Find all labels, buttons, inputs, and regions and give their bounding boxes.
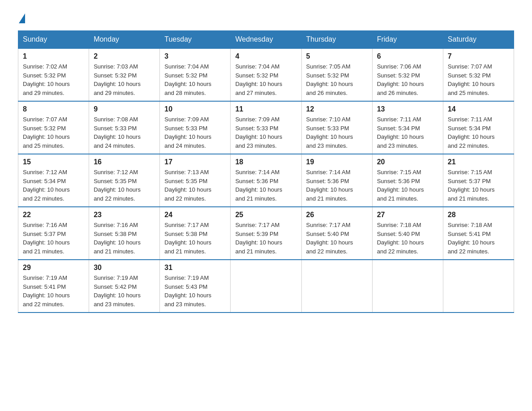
day-info: Sunrise: 7:06 AM Sunset: 5:32 PM Dayligh… — [377, 62, 438, 97]
calendar-header-row: SundayMondayTuesdayWednesdayThursdayFrid… — [18, 31, 514, 49]
day-number: 23 — [94, 211, 155, 219]
day-number: 11 — [235, 105, 296, 113]
calendar-day-cell: 5 Sunrise: 7:05 AM Sunset: 5:32 PM Dayli… — [301, 48, 372, 101]
day-number: 21 — [448, 158, 509, 166]
day-info: Sunrise: 7:15 AM Sunset: 5:36 PM Dayligh… — [377, 168, 438, 203]
day-info: Sunrise: 7:16 AM Sunset: 5:38 PM Dayligh… — [94, 221, 155, 256]
day-number: 6 — [377, 52, 438, 60]
calendar-week-row: 29 Sunrise: 7:19 AM Sunset: 5:41 PM Dayl… — [18, 260, 514, 313]
calendar-day-cell — [301, 260, 372, 313]
day-info: Sunrise: 7:12 AM Sunset: 5:35 PM Dayligh… — [94, 168, 155, 203]
day-info: Sunrise: 7:14 AM Sunset: 5:36 PM Dayligh… — [306, 168, 368, 203]
day-info: Sunrise: 7:04 AM Sunset: 5:32 PM Dayligh… — [164, 62, 226, 97]
calendar-day-cell — [231, 260, 301, 313]
day-number: 15 — [23, 158, 84, 166]
calendar-day-cell: 15 Sunrise: 7:12 AM Sunset: 5:34 PM Dayl… — [18, 154, 89, 207]
calendar-day-cell: 18 Sunrise: 7:14 AM Sunset: 5:36 PM Dayl… — [231, 154, 301, 207]
day-info: Sunrise: 7:07 AM Sunset: 5:32 PM Dayligh… — [23, 115, 84, 150]
calendar-week-row: 8 Sunrise: 7:07 AM Sunset: 5:32 PM Dayli… — [18, 101, 514, 154]
calendar-day-cell: 7 Sunrise: 7:07 AM Sunset: 5:32 PM Dayli… — [443, 48, 514, 101]
day-info: Sunrise: 7:18 AM Sunset: 5:41 PM Dayligh… — [448, 221, 509, 256]
day-number: 24 — [164, 211, 226, 219]
day-info: Sunrise: 7:17 AM Sunset: 5:40 PM Dayligh… — [306, 221, 368, 256]
calendar-day-cell: 22 Sunrise: 7:16 AM Sunset: 5:37 PM Dayl… — [18, 207, 89, 260]
day-number: 16 — [94, 158, 155, 166]
calendar-day-cell: 21 Sunrise: 7:15 AM Sunset: 5:37 PM Dayl… — [443, 154, 514, 207]
calendar-day-cell: 17 Sunrise: 7:13 AM Sunset: 5:35 PM Dayl… — [160, 154, 231, 207]
calendar-day-cell: 30 Sunrise: 7:19 AM Sunset: 5:42 PM Dayl… — [89, 260, 160, 313]
day-info: Sunrise: 7:11 AM Sunset: 5:34 PM Dayligh… — [377, 115, 438, 150]
day-of-week-header: Monday — [89, 31, 160, 49]
calendar-day-cell: 6 Sunrise: 7:06 AM Sunset: 5:32 PM Dayli… — [372, 48, 443, 101]
day-number: 8 — [23, 105, 84, 113]
day-info: Sunrise: 7:12 AM Sunset: 5:34 PM Dayligh… — [23, 168, 84, 203]
calendar-day-cell: 1 Sunrise: 7:02 AM Sunset: 5:32 PM Dayli… — [18, 48, 89, 101]
day-info: Sunrise: 7:14 AM Sunset: 5:36 PM Dayligh… — [235, 168, 296, 203]
calendar-day-cell: 10 Sunrise: 7:09 AM Sunset: 5:33 PM Dayl… — [160, 101, 231, 154]
calendar-day-cell: 2 Sunrise: 7:03 AM Sunset: 5:32 PM Dayli… — [89, 48, 160, 101]
day-number: 22 — [23, 211, 84, 219]
day-of-week-header: Tuesday — [160, 31, 231, 49]
day-number: 18 — [235, 158, 296, 166]
day-number: 30 — [94, 264, 155, 272]
day-number: 27 — [377, 211, 438, 219]
day-info: Sunrise: 7:04 AM Sunset: 5:32 PM Dayligh… — [235, 62, 296, 97]
calendar-day-cell: 20 Sunrise: 7:15 AM Sunset: 5:36 PM Dayl… — [372, 154, 443, 207]
day-info: Sunrise: 7:09 AM Sunset: 5:33 PM Dayligh… — [235, 115, 296, 150]
calendar-day-cell: 25 Sunrise: 7:17 AM Sunset: 5:39 PM Dayl… — [231, 207, 301, 260]
calendar-day-cell: 26 Sunrise: 7:17 AM Sunset: 5:40 PM Dayl… — [301, 207, 372, 260]
day-number: 20 — [377, 158, 438, 166]
calendar-day-cell: 16 Sunrise: 7:12 AM Sunset: 5:35 PM Dayl… — [89, 154, 160, 207]
day-number: 14 — [448, 105, 509, 113]
day-number: 13 — [377, 105, 438, 113]
day-info: Sunrise: 7:07 AM Sunset: 5:32 PM Dayligh… — [448, 62, 509, 97]
calendar-week-row: 22 Sunrise: 7:16 AM Sunset: 5:37 PM Dayl… — [18, 207, 514, 260]
calendar-day-cell — [443, 260, 514, 313]
day-number: 17 — [164, 158, 226, 166]
day-info: Sunrise: 7:08 AM Sunset: 5:33 PM Dayligh… — [94, 115, 155, 150]
day-number: 1 — [23, 52, 84, 60]
day-info: Sunrise: 7:13 AM Sunset: 5:35 PM Dayligh… — [164, 168, 226, 203]
day-number: 29 — [23, 264, 84, 272]
calendar-week-row: 1 Sunrise: 7:02 AM Sunset: 5:32 PM Dayli… — [18, 48, 514, 101]
day-info: Sunrise: 7:15 AM Sunset: 5:37 PM Dayligh… — [448, 168, 509, 203]
calendar-day-cell: 23 Sunrise: 7:16 AM Sunset: 5:38 PM Dayl… — [89, 207, 160, 260]
calendar-day-cell: 24 Sunrise: 7:17 AM Sunset: 5:38 PM Dayl… — [160, 207, 231, 260]
day-info: Sunrise: 7:03 AM Sunset: 5:32 PM Dayligh… — [94, 62, 155, 97]
calendar-day-cell: 31 Sunrise: 7:19 AM Sunset: 5:43 PM Dayl… — [160, 260, 231, 313]
day-of-week-header: Sunday — [18, 31, 89, 49]
day-number: 2 — [94, 52, 155, 60]
day-number: 5 — [306, 52, 368, 60]
calendar-day-cell: 3 Sunrise: 7:04 AM Sunset: 5:32 PM Dayli… — [160, 48, 231, 101]
day-number: 9 — [94, 105, 155, 113]
calendar-day-cell: 19 Sunrise: 7:14 AM Sunset: 5:36 PM Dayl… — [301, 154, 372, 207]
day-number: 31 — [164, 264, 226, 272]
calendar-day-cell: 13 Sunrise: 7:11 AM Sunset: 5:34 PM Dayl… — [372, 101, 443, 154]
calendar-day-cell: 8 Sunrise: 7:07 AM Sunset: 5:32 PM Dayli… — [18, 101, 89, 154]
calendar-day-cell: 14 Sunrise: 7:11 AM Sunset: 5:34 PM Dayl… — [443, 101, 514, 154]
day-info: Sunrise: 7:16 AM Sunset: 5:37 PM Dayligh… — [23, 221, 84, 256]
day-info: Sunrise: 7:18 AM Sunset: 5:40 PM Dayligh… — [377, 221, 438, 256]
day-of-week-header: Saturday — [443, 31, 514, 49]
day-number: 7 — [448, 52, 509, 60]
day-number: 19 — [306, 158, 368, 166]
day-number: 12 — [306, 105, 368, 113]
day-info: Sunrise: 7:19 AM Sunset: 5:41 PM Dayligh… — [23, 274, 84, 308]
day-number: 25 — [235, 211, 296, 219]
day-number: 28 — [448, 211, 509, 219]
day-number: 4 — [235, 52, 296, 60]
calendar-day-cell: 9 Sunrise: 7:08 AM Sunset: 5:33 PM Dayli… — [89, 101, 160, 154]
calendar-day-cell: 12 Sunrise: 7:10 AM Sunset: 5:33 PM Dayl… — [301, 101, 372, 154]
day-info: Sunrise: 7:05 AM Sunset: 5:32 PM Dayligh… — [306, 62, 368, 97]
day-info: Sunrise: 7:09 AM Sunset: 5:33 PM Dayligh… — [164, 115, 226, 150]
calendar-day-cell: 4 Sunrise: 7:04 AM Sunset: 5:32 PM Dayli… — [231, 48, 301, 101]
calendar-day-cell: 29 Sunrise: 7:19 AM Sunset: 5:41 PM Dayl… — [18, 260, 89, 313]
calendar-day-cell: 27 Sunrise: 7:18 AM Sunset: 5:40 PM Dayl… — [372, 207, 443, 260]
day-info: Sunrise: 7:02 AM Sunset: 5:32 PM Dayligh… — [23, 62, 84, 97]
day-of-week-header: Friday — [372, 31, 443, 49]
day-info: Sunrise: 7:19 AM Sunset: 5:42 PM Dayligh… — [94, 274, 155, 308]
day-number: 10 — [164, 105, 226, 113]
day-of-week-header: Wednesday — [231, 31, 301, 49]
logo — [18, 13, 24, 21]
calendar-day-cell: 11 Sunrise: 7:09 AM Sunset: 5:33 PM Dayl… — [231, 101, 301, 154]
